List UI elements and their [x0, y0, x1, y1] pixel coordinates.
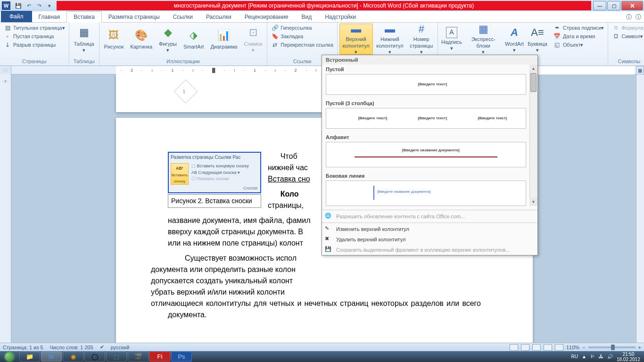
textbox-icon: A	[446, 27, 457, 38]
cover-page-button[interactable]: ▤Титульная страница ▾	[2, 24, 67, 32]
status-proofing-icon[interactable]: ✔	[100, 344, 104, 350]
zoom-thumb[interactable]	[611, 345, 615, 350]
doc-text: Существует возможность исполдокумента ил…	[168, 253, 481, 321]
clipart-button[interactable]: 🎨Картинка	[127, 24, 155, 55]
task-flash[interactable]: Fl	[149, 352, 170, 362]
help-icon[interactable]: ⓘ	[636, 13, 641, 21]
task-word[interactable]: W	[41, 352, 62, 362]
chart-label: Диаграмма	[210, 44, 237, 50]
object-button[interactable]: ◱Объект ▾	[552, 41, 606, 49]
scroll-up-icon[interactable]: ▲	[529, 65, 537, 73]
gallery-item-sideline[interactable]: [Введите название документа]	[326, 181, 526, 206]
screenshot-button[interactable]: ⊡Снимок▾	[241, 24, 265, 55]
zoom-level[interactable]: 110%	[566, 345, 579, 350]
minimize-ribbon-icon[interactable]: ⓘ	[626, 13, 632, 21]
tray-flag-icon[interactable]: ▲	[582, 354, 586, 359]
tray-volume-icon[interactable]: 🔊	[607, 354, 613, 359]
wordart-button[interactable]: AWordArt▾	[504, 24, 525, 55]
status-words[interactable]: Число слов: 1 205	[50, 345, 93, 350]
gallery-scrollbar[interactable]: ▲ ▼	[529, 65, 537, 206]
scroll-down-icon[interactable]: ▼	[529, 198, 537, 206]
tray-action-center-icon[interactable]: 🏳	[590, 354, 595, 359]
tab-insert[interactable]: Вставка	[66, 11, 102, 23]
gallery-ph: [Введите название документа]	[377, 189, 430, 194]
gallery-item-blank[interactable]: [Введите текст]	[326, 74, 526, 95]
status-language[interactable]: русский	[111, 345, 129, 350]
task-aimp[interactable]: ◉	[63, 352, 83, 362]
view-outline[interactable]	[544, 344, 552, 351]
task-app5[interactable]: ⬚	[106, 352, 127, 362]
tab-home[interactable]: Главная	[32, 12, 67, 22]
symbol-button[interactable]: ΩСимвол ▾	[610, 32, 644, 41]
vertical-scrollbar[interactable]	[636, 74, 644, 343]
start-button[interactable]	[0, 351, 19, 362]
tab-references[interactable]: Ссылки	[166, 12, 199, 22]
group-tables-label: Таблицы	[71, 58, 97, 65]
task-photoshop[interactable]: Ps	[171, 352, 192, 362]
view-full-screen[interactable]	[521, 344, 529, 351]
task-chrome[interactable]: ◯	[84, 352, 105, 362]
menu-edit-header[interactable]: ✎Изменить верхний колонтитул	[322, 224, 537, 234]
tab-mailings[interactable]: Рассылки	[199, 12, 238, 22]
blank-page-button[interactable]: ▫Пустая страница	[2, 32, 67, 41]
view-web-layout[interactable]	[532, 344, 541, 351]
dropcap-button[interactable]: A≡Буквица▾	[526, 24, 549, 55]
table-button[interactable]: ▦Таблица▾	[71, 24, 97, 55]
window-controls: — ▢ ✕	[592, 1, 643, 10]
qat-customize-icon[interactable]: ▾	[45, 1, 54, 10]
page-break-button[interactable]: ⤓Разрыв страницы	[2, 41, 67, 49]
equation-button[interactable]: πФормула ▾	[610, 24, 644, 32]
figure-group-label: Сноски	[243, 185, 257, 192]
vertical-ruler[interactable]: · 2 ·	[0, 74, 11, 343]
gallery-sideline-label: Боковая линия	[322, 171, 537, 180]
tray-lang[interactable]: RU	[571, 354, 578, 359]
footer-button[interactable]: ▬Нижний колонтитул▾	[374, 24, 406, 55]
scroll-thumb[interactable]	[530, 73, 537, 92]
hyperlink-button[interactable]: 🔗Гиперссылка	[269, 24, 335, 32]
task-mpc[interactable]: 🎬	[128, 352, 149, 362]
windows-orb-icon	[5, 352, 14, 362]
view-draft[interactable]	[555, 344, 563, 351]
zoom-slider[interactable]	[588, 346, 636, 348]
datetime-button[interactable]: 📅Дата и время	[552, 32, 606, 41]
crossref-label: Перекрестная ссылка	[281, 42, 333, 48]
status-bar: Страница: 1 из 5 Число слов: 1 205 ✔ рус…	[0, 343, 644, 351]
undo-icon[interactable]: ↶	[25, 1, 33, 10]
close-button[interactable]: ✕	[621, 1, 643, 10]
tab-review[interactable]: Рецензирование	[238, 12, 295, 22]
tab-page-layout[interactable]: Разметка страницы	[102, 12, 166, 22]
tab-view[interactable]: Вид	[295, 12, 318, 22]
gallery-item-blank3[interactable]: [Введите текст] [Введите текст] [Введите…	[326, 108, 526, 129]
picture-button[interactable]: 🖼Рисунок	[101, 24, 127, 55]
header-button[interactable]: ▬Верхний колонтитул▾	[339, 24, 373, 55]
crossref-button[interactable]: ⇄Перекрестная ссылка	[269, 41, 335, 49]
zoom-out-icon[interactable]: −	[582, 345, 585, 350]
tray-clock[interactable]: 21:5018.02.2012	[617, 352, 640, 362]
task-explorer[interactable]: 📁	[19, 352, 40, 362]
bookmark-button[interactable]: 🔖Закладка	[269, 32, 335, 41]
maximize-button[interactable]: ▢	[607, 1, 620, 10]
quickparts-button[interactable]: ▦Экспресс-блоки▾	[464, 24, 503, 55]
tray-network-icon[interactable]: 🖧	[599, 354, 603, 359]
save-icon[interactable]: 💾	[14, 1, 23, 10]
zoom-in-icon[interactable]: +	[638, 345, 641, 350]
signature-line-button[interactable]: ✒Строка подписи ▾	[552, 24, 606, 32]
minimize-button[interactable]: —	[593, 1, 606, 10]
gallery-item-alphabet[interactable]: [Введите название документа]	[326, 142, 526, 167]
ruler-toggle[interactable]: ▦	[636, 66, 644, 74]
tab-file[interactable]: Файл	[1, 11, 32, 22]
status-page[interactable]: Страница: 1 из 5	[3, 345, 43, 350]
page-number-button[interactable]: #Номер страницы▾	[407, 24, 436, 55]
datetime-icon: 📅	[553, 33, 561, 40]
ruler-corner[interactable]: ⬚	[0, 66, 11, 74]
smartart-button[interactable]: ⬗SmartArt	[181, 24, 206, 55]
figure-lines: ⬚ Вставить концевую сноску AB Следующая …	[191, 163, 249, 182]
shapes-icon: ◆	[160, 25, 175, 40]
shapes-button[interactable]: ◆Фигуры▾	[156, 24, 180, 55]
textbox-button[interactable]: AНадпись▾	[440, 24, 463, 55]
view-print-layout[interactable]	[510, 344, 518, 351]
menu-remove-header[interactable]: ✖Удалить верхний колонтитул	[322, 234, 537, 245]
redo-icon[interactable]: ↷	[35, 1, 43, 10]
chart-button[interactable]: 📊Диаграмма	[207, 24, 240, 55]
tab-addins[interactable]: Надстройки	[318, 12, 363, 22]
